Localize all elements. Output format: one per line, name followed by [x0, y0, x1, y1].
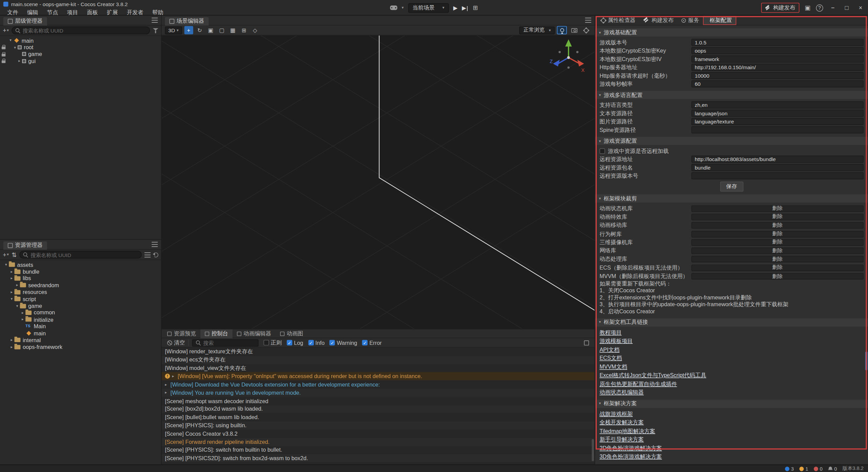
menu-item[interactable]: 开发者 — [123, 8, 147, 17]
add-asset-button[interactable]: + ▾ — [3, 251, 9, 258]
delete-module-button[interactable]: 删除 — [691, 205, 864, 212]
log-filter[interactable]: ✓ Log — [287, 340, 303, 346]
clear-console-button[interactable]: 清空 — [164, 339, 189, 346]
console-log-row[interactable]: [Scene] [bullet]:bullet wasm lib loaded. — [162, 413, 595, 421]
error-count-indicator[interactable]: 0 — [814, 466, 823, 471]
menu-item[interactable]: 扩展 — [103, 8, 122, 17]
scale-tool-button[interactable]: ▣ — [206, 26, 215, 34]
field-input[interactable] — [691, 164, 864, 171]
console-log-row[interactable]: ▸ [Window] You are running Vue in develo… — [162, 389, 595, 397]
expand-arrow-icon[interactable]: ▾ — [8, 38, 13, 43]
lock-icon[interactable] — [2, 52, 5, 57]
lock-icon[interactable] — [2, 45, 5, 50]
delete-module-button[interactable]: 删除 — [691, 222, 864, 229]
log-count-indicator[interactable]: 3 — [785, 466, 794, 471]
asset-node[interactable]: ▸ libs — [0, 275, 161, 282]
asset-node[interactable]: ▸ common — [0, 309, 161, 316]
field-input[interactable] — [691, 39, 864, 46]
field-input[interactable] — [691, 47, 864, 54]
console-tab[interactable]: 控制台 — [200, 329, 233, 338]
snap-tool-button[interactable]: ⊞ — [239, 26, 248, 34]
console-log-row[interactable]: [Scene] Cocos Creator v3.8.2 — [162, 430, 595, 438]
menu-item[interactable]: 编辑 — [23, 8, 42, 17]
section-header[interactable]: ▾ 游戏基础配置 — [595, 28, 868, 36]
asset-node[interactable]: Main — [0, 323, 161, 330]
delete-module-button[interactable]: 删除 — [691, 256, 864, 263]
menu-item[interactable]: 项目 — [63, 8, 82, 17]
console-log-row[interactable]: [Window] model_view文件夹存在 — [162, 364, 595, 372]
field-input[interactable] — [691, 101, 864, 109]
console-scrollbar[interactable] — [592, 439, 594, 461]
console-search-input[interactable] — [203, 340, 255, 346]
delete-module-button[interactable]: 删除 — [691, 273, 864, 280]
solution-link[interactable]: 2D角色扮演游戏解决方案 — [595, 444, 868, 452]
filter-checkbox[interactable]: ✓ — [308, 340, 314, 345]
inspector-tab[interactable]: 属性检查器 — [597, 16, 639, 25]
field-input[interactable] — [691, 64, 864, 71]
asset-node[interactable]: ▾ assets — [0, 261, 161, 268]
section-header[interactable]: ▾ 游戏资源配置 — [595, 137, 868, 145]
filter-icon[interactable] — [153, 28, 158, 33]
field-input[interactable] — [691, 118, 864, 125]
asset-filter-icon[interactable] — [144, 252, 151, 257]
expand-arrow-icon[interactable]: ▸ — [14, 283, 20, 288]
console-collapse-icon[interactable] — [584, 340, 589, 345]
doc-link[interactable]: 游戏模板项目 — [595, 337, 868, 345]
console-log-row[interactable]: ▸ [Window] Download the Vue Devtools ext… — [162, 380, 595, 389]
play-button[interactable]: ▶ — [453, 5, 458, 11]
field-input[interactable] — [691, 110, 864, 117]
console-log-row[interactable]: [Scene] [PHYSICS]: switch from builtin t… — [162, 446, 595, 454]
hierarchy-node[interactable]: game — [0, 51, 161, 58]
expand-arrow-icon[interactable]: ▸ — [20, 317, 25, 322]
remote-load-checkbox[interactable] — [599, 148, 605, 154]
console-tab[interactable]: 动画图 — [276, 329, 308, 338]
panel-menu-icon[interactable] — [152, 18, 158, 23]
console-log-row[interactable]: [Window] ecs文件夹存在 — [162, 356, 595, 364]
log-filter[interactable]: ✓ Error — [362, 340, 382, 346]
console-log-row[interactable]: ! ▸ [Window] [Vue warn]: Property "onInp… — [162, 372, 595, 380]
solution-link[interactable]: 新手引导解决方案 — [595, 435, 868, 444]
asset-node[interactable]: ▸ bundle — [0, 268, 161, 275]
projection-3d-button[interactable]: 3D ▾ — [165, 26, 182, 34]
axis-gizmo[interactable]: X Z — [549, 39, 588, 77]
layout-grid-icon[interactable]: ⊞ — [473, 4, 478, 11]
field-input[interactable] — [691, 126, 864, 133]
rotate-tool-button[interactable]: ↻ — [195, 26, 204, 34]
refresh-icon[interactable] — [153, 252, 158, 257]
doc-link[interactable]: 原生包热更新配置自动生成插件 — [595, 379, 868, 388]
build-publish-button[interactable]: 构建发布 — [761, 3, 799, 13]
scene-viewport[interactable]: X Z — [162, 35, 595, 329]
field-input[interactable] — [691, 55, 864, 62]
terrain-tool-button[interactable]: ▦ — [229, 26, 237, 34]
field-input[interactable] — [691, 172, 864, 179]
asset-node[interactable]: ▸ resources — [0, 289, 161, 296]
doc-link[interactable]: 教程项目 — [595, 328, 868, 337]
menu-item[interactable]: 文件 — [3, 8, 22, 17]
expand-arrow-icon[interactable]: ▸ — [20, 311, 25, 315]
expand-arrow-icon[interactable]: ▸ — [172, 374, 178, 378]
lighting-toggle[interactable] — [557, 26, 567, 34]
console-tab[interactable]: 资源预览 — [163, 329, 200, 338]
console-log-row[interactable]: [Window] render_texture文件夹存在 — [162, 348, 595, 356]
console-log-row[interactable]: [Scene] [PHYSICS2D]: switch from box2d-w… — [162, 454, 595, 462]
expand-arrow-icon[interactable]: ▸ — [165, 382, 171, 387]
asset-node[interactable]: main — [0, 330, 161, 337]
doc-link[interactable]: MVVM文档 — [595, 362, 868, 371]
inspector-scrollbar[interactable] — [865, 352, 868, 371]
preview-window-icon[interactable]: ▣ — [805, 4, 810, 11]
console-tab[interactable]: 动画编辑器 — [233, 329, 276, 338]
expand-arrow-icon[interactable]: ▾ — [9, 297, 14, 301]
move-tool-button[interactable]: + — [184, 26, 193, 34]
log-filter[interactable]: ✓ Warning — [330, 340, 357, 346]
asset-node[interactable]: ▾ script — [0, 296, 161, 302]
hierarchy-search-input[interactable] — [23, 27, 146, 34]
console-log-row[interactable]: [Scene] Forward render pipeline initiali… — [162, 438, 595, 446]
add-node-button[interactable]: + ▾ — [3, 27, 9, 34]
section-header[interactable]: ▾ 框架文档工具链接 — [595, 318, 868, 326]
close-button[interactable]: × — [856, 4, 865, 11]
maximize-button[interactable]: □ — [843, 4, 851, 11]
hierarchy-node[interactable]: ▸ gui — [0, 58, 161, 64]
delete-module-button[interactable]: 删除 — [691, 239, 864, 246]
expand-arrow-icon[interactable]: ▸ — [9, 290, 14, 294]
scene-settings-button[interactable] — [581, 26, 591, 34]
